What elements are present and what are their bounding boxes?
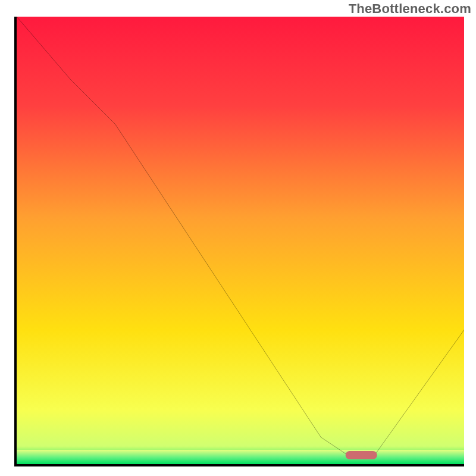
chart-container: TheBottleneck.com (0, 0, 476, 476)
watermark-label: TheBottleneck.com (349, 1, 471, 17)
bottleneck-curve (17, 17, 464, 455)
curve-layer (17, 17, 464, 464)
plot-area (14, 17, 464, 466)
optimal-marker (346, 451, 377, 459)
